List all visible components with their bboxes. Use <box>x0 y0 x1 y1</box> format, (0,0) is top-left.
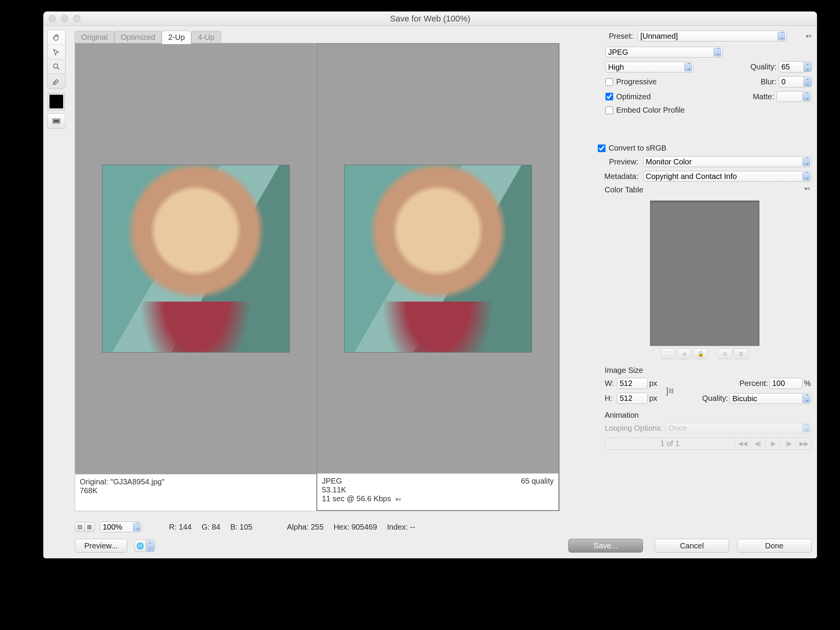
ct-snap-icon[interactable]: ⛶ <box>661 348 676 359</box>
matte-select[interactable] <box>776 91 812 102</box>
readout-r: 144 <box>179 523 192 532</box>
embed-color-profile-checkbox[interactable] <box>605 107 613 114</box>
hand-tool[interactable] <box>48 30 65 45</box>
color-table-label: Color Table <box>605 185 643 194</box>
zoom-out-button[interactable]: ⊟ <box>75 522 85 532</box>
animation-pager: 1 of 1 ◀◀ ◀| ▶ |▶ ▶▶ <box>605 437 812 450</box>
settings-panel: Preset: [Unnamed] ▾≡ JPEG High Quality: … <box>598 31 812 516</box>
height-input[interactable] <box>617 393 648 404</box>
save-for-web-dialog: Save for Web (100%) Original Optimized 2… <box>43 11 817 558</box>
convert-srgb-checkbox[interactable] <box>598 144 605 152</box>
ct-lock-icon[interactable]: 🔒 <box>693 348 708 359</box>
preview-label: Preview: <box>598 158 640 166</box>
progressive-checkbox[interactable] <box>605 78 613 86</box>
pager-next-icon: |▶ <box>781 438 796 450</box>
metadata-select[interactable]: Copyright and Contact Info <box>643 171 812 182</box>
blur-label: Blur: <box>761 77 776 86</box>
readout-alpha: 255 <box>311 523 323 532</box>
minimize-window-button[interactable] <box>61 15 68 22</box>
save-button[interactable]: Save... <box>568 539 643 553</box>
image-size-label: Image Size <box>605 366 812 375</box>
dialog-buttons: Preview... 🌐 ⌃⌄ Save... Cancel Done <box>75 538 812 554</box>
readout-g: 84 <box>212 523 220 532</box>
svg-point-0 <box>54 64 58 68</box>
percent-input[interactable] <box>769 378 802 389</box>
color-table-flyout-icon[interactable]: ▾≡ <box>804 185 810 197</box>
zoom-tool[interactable] <box>48 59 65 74</box>
tab-4-up[interactable]: 4-Up <box>191 31 221 44</box>
pane-info-original: Original: "GJ3A8954.jpg" 768K <box>75 474 316 511</box>
preset-flyout-icon[interactable]: ▾≡ <box>806 33 812 39</box>
status-bar: ⊟ ⊞ 100% R: 144 G: 84 B: 105 Alpha: 255 … <box>75 520 812 534</box>
slice-select-tool[interactable] <box>48 45 65 59</box>
preview-menu-icon[interactable]: ▾≡ <box>395 496 401 502</box>
view-tabs: Original Optimized 2-Up 4-Up <box>75 31 221 44</box>
image-canvas-optimized[interactable] <box>317 44 558 473</box>
tab-original[interactable]: Original <box>75 31 114 44</box>
toggle-slices-visibility[interactable] <box>48 114 65 128</box>
resample-quality-label: Quality: <box>679 394 728 403</box>
preview-pane-original[interactable]: Original: "GJ3A8954.jpg" 768K <box>75 43 317 511</box>
pager-prev-icon: ◀| <box>750 438 765 450</box>
blur-stepper[interactable]: ⌃⌄ <box>804 77 812 87</box>
browser-preview-icon[interactable]: 🌐 <box>134 540 146 552</box>
width-label: W: <box>605 379 615 388</box>
preview-pane-optimized[interactable]: JPEG 65 quality 53.11K 11 sec @ 56.6 Kbp… <box>317 43 559 511</box>
pane-info-optimized: JPEG 65 quality 53.11K 11 sec @ 56.6 Kbp… <box>317 473 558 510</box>
zoom-select[interactable]: 100% <box>100 522 142 532</box>
link-dimensions-icon[interactable]: ]⛓ <box>666 386 678 396</box>
image-canvas-original[interactable] <box>75 43 316 474</box>
preset-select[interactable]: [Unnamed] <box>638 31 787 41</box>
quality-preset-select[interactable]: High <box>605 62 694 72</box>
ct-new-icon[interactable]: ⧉ <box>718 348 732 359</box>
preview-area: Original: "GJ3A8954.jpg" 768K JPEG 65 qu… <box>75 43 560 511</box>
looping-select: Once <box>666 423 812 433</box>
looping-label: Looping Options: <box>605 424 663 433</box>
zoom-in-button[interactable]: ⊞ <box>85 522 95 532</box>
quality-input[interactable] <box>779 61 804 72</box>
preset-label: Preset: <box>598 32 635 41</box>
browser-preview-menu[interactable]: ⌃⌄ <box>146 540 155 552</box>
readout-index: -- <box>410 523 415 532</box>
ct-shift-icon[interactable]: ◈ <box>677 348 692 359</box>
readout-b: 105 <box>240 523 252 532</box>
eyedropper-tool[interactable] <box>48 74 65 89</box>
cancel-button[interactable]: Cancel <box>655 539 729 553</box>
blur-input[interactable] <box>779 76 804 87</box>
tab-optimized[interactable]: Optimized <box>114 31 162 44</box>
color-table-well <box>650 200 760 346</box>
tool-strip <box>47 30 66 133</box>
zoom-window-button[interactable] <box>73 15 80 22</box>
pager-play-icon: ▶ <box>765 438 781 450</box>
eyedropper-color-swatch[interactable] <box>48 94 64 110</box>
format-select[interactable]: JPEG <box>605 47 723 57</box>
animation-label: Animation <box>605 411 812 420</box>
readout-hex: 905469 <box>351 523 377 532</box>
height-label: H: <box>605 394 615 403</box>
close-window-button[interactable] <box>49 15 56 22</box>
tab-2-up[interactable]: 2-Up <box>162 31 191 44</box>
quality-stepper[interactable]: ⌃⌄ <box>804 62 812 72</box>
titlebar: Save for Web (100%) <box>43 11 817 26</box>
pager-first-icon: ◀◀ <box>735 438 750 450</box>
done-button[interactable]: Done <box>737 539 812 553</box>
pager-last-icon: ▶▶ <box>796 438 811 450</box>
width-input[interactable] <box>617 378 648 389</box>
animation-page: 1 of 1 <box>605 438 735 449</box>
svg-rect-2 <box>54 120 59 122</box>
preview-select[interactable]: Monitor Color <box>643 156 812 167</box>
optimized-checkbox[interactable] <box>605 93 613 100</box>
preview-button[interactable]: Preview... <box>75 539 127 553</box>
matte-label: Matte: <box>753 92 774 101</box>
window-title: Save for Web (100%) <box>390 14 471 24</box>
percent-label: Percent: <box>730 379 768 388</box>
resample-quality-select[interactable]: Bicubic <box>730 393 812 404</box>
quality-label: Quality: <box>750 62 776 71</box>
metadata-label: Metadata: <box>598 172 640 181</box>
ct-trash-icon[interactable]: 🗑 <box>734 348 748 359</box>
